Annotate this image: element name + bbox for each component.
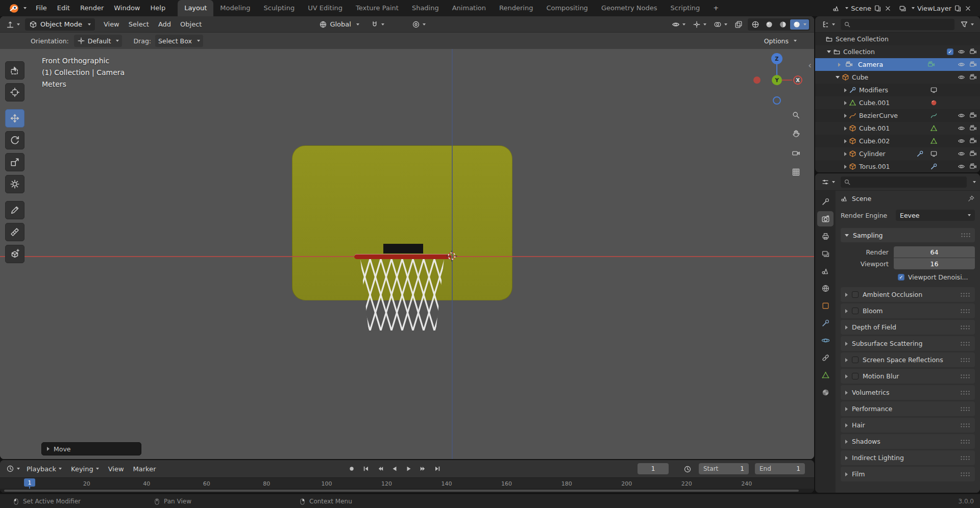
outliner-row[interactable]: Scene Collection <box>815 33 980 45</box>
menu-playback[interactable]: Playback <box>22 465 66 473</box>
outliner-row[interactable]: Cube.001 <box>815 122 980 135</box>
outliner-row[interactable]: Collection <box>815 45 980 58</box>
net-object[interactable] <box>359 259 445 331</box>
menu-timeline-view[interactable]: View <box>104 465 129 473</box>
tool-scale[interactable] <box>5 153 24 171</box>
gizmo-y-ball[interactable]: Y <box>772 75 782 85</box>
panel-hair[interactable]: Hair <box>841 418 975 433</box>
properties-tab-modifiers[interactable] <box>817 315 834 331</box>
menu-object[interactable]: Object <box>176 20 206 28</box>
tool-cursor[interactable] <box>5 83 24 101</box>
panel-sampling[interactable]: Sampling <box>841 228 975 242</box>
outliner-editor-type-button[interactable] <box>819 18 837 31</box>
hide-in-viewport-toggle[interactable] <box>958 48 965 56</box>
jump-to-end-button[interactable] <box>431 463 444 474</box>
timeline-editor-type-button[interactable] <box>4 463 22 475</box>
panel-depth-of-field[interactable]: Depth of Field <box>841 320 975 335</box>
panel-grip[interactable] <box>960 472 970 477</box>
tool-transform[interactable] <box>5 175 24 193</box>
snapping-toggle[interactable] <box>369 18 386 31</box>
xray-toggle[interactable] <box>732 18 745 31</box>
hide-in-viewport-toggle[interactable] <box>958 124 965 132</box>
drag-select[interactable]: Select Box <box>155 35 203 47</box>
panel-performance[interactable]: Performance <box>841 401 975 416</box>
properties-tab-view-layer[interactable] <box>817 246 834 261</box>
tool-add-cube[interactable] <box>5 245 24 263</box>
panel-grip[interactable] <box>960 309 970 314</box>
properties-tab-material[interactable] <box>817 385 834 400</box>
properties-tab-world[interactable] <box>817 281 834 296</box>
panel-bloom[interactable]: Bloom <box>841 303 975 318</box>
tab-texture-paint[interactable]: Texture Paint <box>349 0 405 16</box>
outliner-row[interactable]: Torus.001 <box>815 160 980 172</box>
pan-button[interactable] <box>790 128 801 139</box>
gizmo-neg-z-ball[interactable] <box>773 96 781 105</box>
panel-grip[interactable] <box>960 358 970 363</box>
tab-rendering[interactable]: Rendering <box>493 0 540 16</box>
panel-ambient-occlusion[interactable]: Ambient Occlusion <box>841 287 975 302</box>
editor-type-button[interactable] <box>4 18 22 31</box>
tab-sculpting[interactable]: Sculpting <box>257 0 301 16</box>
panel-grip[interactable] <box>960 423 970 428</box>
record-button[interactable] <box>345 463 358 474</box>
transform-orientation[interactable]: Global <box>316 18 362 31</box>
hide-in-viewport-toggle[interactable] <box>958 137 965 145</box>
tab-compositing[interactable]: Compositing <box>540 0 595 16</box>
hide-in-viewport-toggle[interactable] <box>958 163 965 170</box>
outliner-row[interactable]: BezierCurve <box>815 109 980 122</box>
blender-menu-button[interactable] <box>5 4 31 13</box>
rim-object[interactable] <box>354 254 451 259</box>
panel-grip[interactable] <box>960 341 970 346</box>
outliner-search-input[interactable] <box>841 19 954 30</box>
scene-selector[interactable]: Scene <box>832 5 892 12</box>
hide-in-viewport-toggle[interactable] <box>958 73 965 81</box>
frame-end-field[interactable]: End1 <box>755 463 805 474</box>
sampling-viewport-field[interactable]: 16 <box>894 258 975 269</box>
tool-measure[interactable] <box>5 223 24 241</box>
tool-select-box[interactable] <box>5 61 24 80</box>
panel-grip[interactable] <box>961 233 971 238</box>
disable-in-renders-toggle[interactable] <box>969 61 977 68</box>
panel-indirect-lighting[interactable]: Indirect Lighting <box>841 450 975 465</box>
gizmo-neg-x-ball[interactable] <box>753 77 761 84</box>
disclosure-closed-icon[interactable] <box>844 101 847 105</box>
disable-in-renders-toggle[interactable] <box>969 48 977 56</box>
next-keyframe-button[interactable] <box>416 463 429 474</box>
disable-in-renders-toggle[interactable] <box>969 112 977 119</box>
tab-animation[interactable]: Animation <box>446 0 493 16</box>
panel-grip[interactable] <box>960 439 970 444</box>
hide-in-viewport-toggle[interactable] <box>958 150 965 158</box>
properties-tab-scene[interactable] <box>817 263 834 278</box>
disclosure-open-icon[interactable] <box>827 50 831 53</box>
outliner-row[interactable]: Cube <box>815 71 980 84</box>
gizmos-dropdown[interactable] <box>691 18 708 31</box>
outliner-filter-button[interactable] <box>958 18 976 31</box>
current-frame-field[interactable]: 1 <box>638 463 669 474</box>
menu-add[interactable]: Add <box>154 20 176 28</box>
tool-rotate[interactable] <box>5 131 24 149</box>
outliner-row[interactable]: Cylinder <box>815 147 980 160</box>
disclosure-closed-icon[interactable] <box>844 88 847 92</box>
properties-editor-type-button[interactable] <box>819 176 837 188</box>
panel-grip[interactable] <box>960 455 970 461</box>
tab-uv-editing[interactable]: UV Editing <box>301 0 349 16</box>
use-preview-range-button[interactable] <box>681 463 694 475</box>
options-dropdown[interactable]: Options <box>761 35 800 47</box>
outliner-row[interactable]: Cube.001 <box>815 96 980 109</box>
disclosure-closed-icon[interactable] <box>844 139 847 143</box>
properties-tab-constraints[interactable] <box>817 350 834 365</box>
panel-subsurface-scattering[interactable]: Subsurface Scattering <box>841 336 975 351</box>
jump-to-start-button[interactable] <box>359 463 372 474</box>
zoom-button[interactable] <box>790 109 801 120</box>
disable-in-renders-toggle[interactable] <box>969 124 977 132</box>
unlink-scene-icon[interactable] <box>884 5 892 12</box>
rim-mount-object[interactable] <box>383 244 423 253</box>
tool-orientation-select[interactable]: Default <box>74 35 122 47</box>
shading-solid-button[interactable] <box>763 19 776 30</box>
menu-marker[interactable]: Marker <box>129 465 161 473</box>
disable-in-renders-toggle[interactable] <box>969 73 977 81</box>
outliner-row[interactable]: Camera <box>815 58 980 71</box>
disclosure-closed-icon[interactable] <box>844 165 847 169</box>
remove-viewlayer-icon[interactable] <box>964 5 972 12</box>
outliner-row[interactable]: Cube.002 <box>815 135 980 147</box>
